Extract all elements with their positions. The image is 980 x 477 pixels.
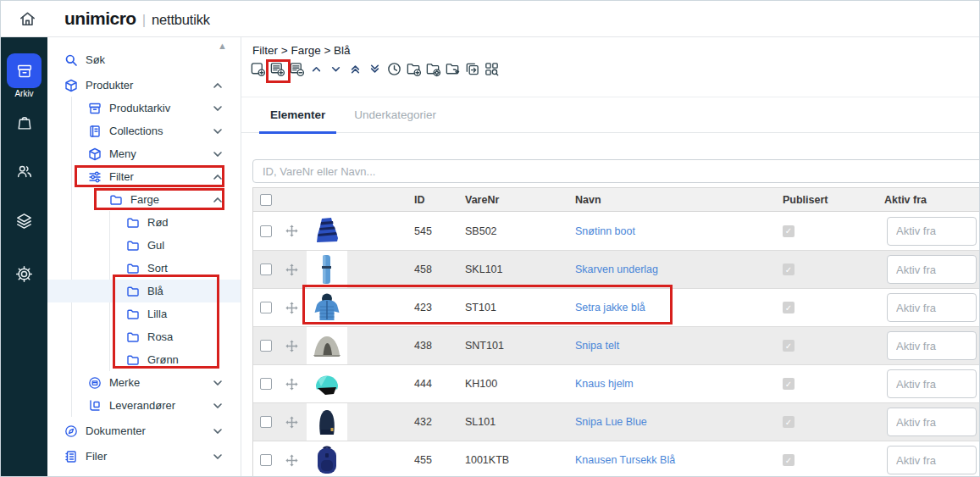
chevron-down-icon[interactable] [213, 403, 222, 408]
chevron-up-icon[interactable] [213, 197, 222, 202]
search-input[interactable] [252, 159, 980, 183]
product-link[interactable]: Knausen Tursekk Blå [575, 454, 675, 466]
aktiv-fra-input[interactable] [887, 446, 977, 474]
sidebar-item-bla[interactable]: Blå [47, 280, 241, 302]
folder-settings-button[interactable] [424, 58, 442, 80]
sidebar-item-label: Leverandører [109, 399, 175, 412]
sidebar-item-label: Gul [147, 239, 164, 252]
aktiv-fra-input[interactable] [887, 255, 977, 284]
add-category-button[interactable] [249, 58, 267, 80]
drag-handle[interactable] [279, 340, 304, 352]
product-link[interactable]: Knaus hjelm [575, 378, 634, 390]
notebook-icon [64, 450, 78, 463]
drag-handle[interactable] [279, 225, 304, 237]
toolbar [249, 58, 501, 80]
chevron-down-icon[interactable] [213, 454, 222, 459]
row-checkbox[interactable] [260, 302, 272, 313]
sidebar-item-filer[interactable]: Filer [47, 445, 241, 468]
aktiv-fra-input[interactable] [887, 331, 977, 360]
published-checkbox[interactable]: ✓ [783, 416, 795, 428]
sidebar-item-collections[interactable]: Collections [47, 119, 241, 142]
chevron-down-icon[interactable] [213, 429, 222, 434]
tab-underkategorier[interactable]: Underkategorier [343, 97, 447, 132]
row-checkbox[interactable] [260, 416, 272, 428]
published-checkbox[interactable]: ✓ [783, 302, 795, 313]
product-link[interactable]: Snipa telt [575, 340, 619, 352]
move-icon [285, 416, 298, 429]
drag-handle[interactable] [279, 263, 304, 276]
row-checkbox[interactable] [260, 378, 272, 390]
aktiv-fra-input[interactable] [887, 408, 977, 436]
home-button[interactable] [15, 7, 39, 31]
sidebar-item-sok[interactable]: Søk [47, 48, 241, 71]
drag-handle[interactable] [279, 454, 304, 467]
move-up-button[interactable] [307, 58, 325, 80]
aktiv-fra-input[interactable] [887, 217, 977, 246]
row-checkbox[interactable] [260, 263, 272, 275]
move-down-button[interactable] [327, 58, 345, 80]
browse-elements-button[interactable] [483, 58, 501, 80]
sidebar-item-gronn[interactable]: Grønn [47, 348, 241, 371]
product-link[interactable]: Snøtinn boot [575, 225, 635, 237]
sidebar-item-rod[interactable]: Rød [47, 211, 241, 234]
sidebar-item-filter[interactable]: Filter [47, 165, 241, 188]
add-element-button[interactable] [269, 58, 286, 80]
column-header-aktiv-fra: Aktiv fra [884, 194, 980, 206]
sidebar-item-label: Lilla [147, 308, 167, 320]
rail-item-shop[interactable] [1, 114, 47, 132]
chevron-down-icon[interactable] [213, 152, 222, 157]
chevron-up-icon[interactable] [213, 83, 222, 88]
published-checkbox[interactable]: ✓ [783, 454, 795, 466]
tab-bar: Elementer Underkategorier [241, 97, 980, 133]
sidebar-item-produkter[interactable]: Produkter [47, 74, 241, 97]
move-to-top-button[interactable] [346, 58, 364, 80]
archive-box-icon [15, 62, 34, 80]
sidebar-item-produktarkiv[interactable]: Produktarkiv [47, 97, 241, 119]
remove-element-button[interactable] [288, 58, 306, 80]
rail-item-arkiv[interactable] [7, 53, 42, 88]
row-checkbox[interactable] [260, 454, 272, 466]
published-checkbox[interactable]: ✓ [783, 378, 795, 390]
product-image-helmet [307, 365, 347, 402]
sidebar-item-dokumenter[interactable]: Dokumenter [47, 419, 241, 442]
folder-settings-icon [425, 61, 441, 77]
rail-item-layers[interactable] [1, 211, 47, 230]
move-to-bottom-button[interactable] [366, 58, 384, 80]
product-link[interactable]: Skarven underlag [575, 263, 658, 275]
sidebar-item-meny[interactable]: Meny [47, 142, 241, 165]
product-link[interactable]: Snipa Lue Blue [575, 416, 647, 428]
published-checkbox[interactable]: ✓ [783, 225, 795, 237]
published-checkbox[interactable]: ✓ [783, 340, 795, 352]
row-id: 444 [414, 378, 465, 390]
product-link[interactable]: Setra jakke blå [575, 302, 645, 313]
tab-elementer[interactable]: Elementer [259, 97, 336, 134]
row-id: 545 [414, 225, 465, 237]
drag-handle[interactable] [279, 302, 304, 314]
sidebar-item-farge[interactable]: Farge [47, 188, 241, 211]
sidebar-item-lilla[interactable]: Lilla [47, 302, 241, 325]
chevron-down-icon[interactable] [213, 106, 222, 111]
history-button[interactable] [385, 58, 403, 80]
sidebar-item-rosa[interactable]: Rosa [47, 325, 241, 348]
row-checkbox[interactable] [260, 340, 272, 352]
sidebar-item-sort[interactable]: Sort [47, 257, 241, 280]
chevron-up-icon[interactable] [213, 175, 222, 180]
published-checkbox[interactable]: ✓ [783, 263, 795, 275]
drag-handle[interactable] [279, 378, 304, 391]
sidebar-item-gul[interactable]: Gul [47, 234, 241, 257]
chevron-down-icon[interactable] [213, 380, 222, 385]
folder-add-button[interactable] [405, 58, 423, 80]
rail-item-customers[interactable] [1, 162, 47, 180]
folder-move-button[interactable] [444, 58, 462, 80]
copy-to-button[interactable] [463, 58, 481, 80]
select-all-checkbox[interactable] [260, 194, 272, 206]
sidebar-item-merke[interactable]: Merke [47, 371, 241, 394]
row-checkbox[interactable] [260, 225, 272, 237]
aktiv-fra-input[interactable] [887, 369, 977, 398]
rail-item-settings[interactable] [1, 264, 47, 284]
drag-handle[interactable] [279, 416, 304, 429]
sidebar-item-leverandorer[interactable]: Leverandører [47, 394, 241, 417]
column-header-navn: Navn [575, 194, 783, 206]
chevron-down-icon[interactable] [213, 129, 222, 134]
aktiv-fra-input[interactable] [887, 293, 977, 322]
